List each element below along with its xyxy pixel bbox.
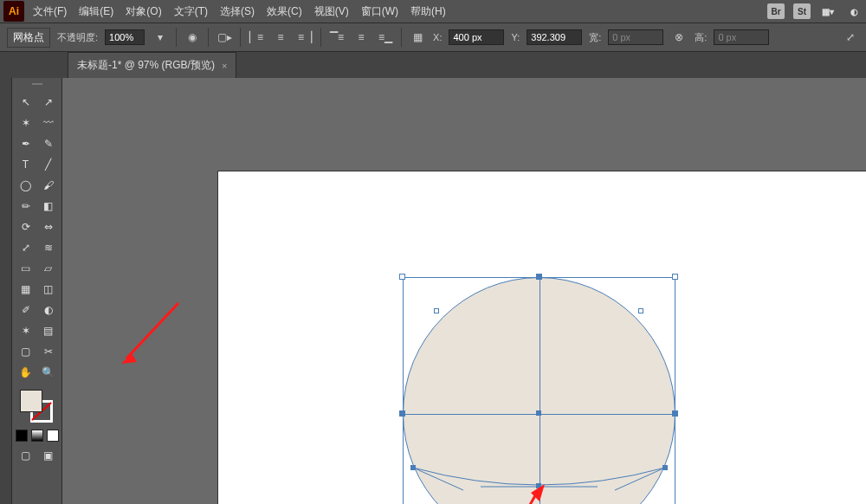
selection-tool[interactable]: ↖ xyxy=(16,94,36,111)
gpu-icon[interactable]: ◐ xyxy=(845,3,863,19)
rotate-tool[interactable]: ⟳ xyxy=(16,218,36,236)
lasso-tool[interactable]: 〰 xyxy=(39,114,58,132)
canvas[interactable] xyxy=(62,78,866,504)
menu-help[interactable]: 帮助(H) xyxy=(410,4,446,19)
fill-swatch[interactable] xyxy=(20,390,42,412)
zoom-tool[interactable]: 🔍 xyxy=(39,364,58,381)
tool-panel: ↖↗ ✶〰 ✒✎ T╱ ◯🖌 ✏◧ ⟳⇔ ⤢≋ ▭▱ ▦◫ ✐◐ ✶▤ ▢✂ ✋… xyxy=(12,78,62,504)
menu-window[interactable]: 窗口(W) xyxy=(361,4,398,19)
svg-line-3 xyxy=(126,303,178,359)
align-top-icon[interactable]: ▔≡ xyxy=(328,29,346,46)
ellipse-tool[interactable]: ◯ xyxy=(16,177,36,194)
menubar-right: Br St ▦▾ ◐ xyxy=(767,3,863,19)
artboard-tool[interactable]: ▢ xyxy=(16,343,36,360)
w-input xyxy=(608,29,663,45)
arrange-icon[interactable]: ▦▾ xyxy=(819,3,837,19)
tab-title: 未标题-1* @ 97% (RGB/预览) xyxy=(77,58,215,73)
eraser-tool[interactable]: ◧ xyxy=(39,197,58,215)
app-logo: Ai xyxy=(3,1,24,22)
tab-close-icon[interactable]: × xyxy=(222,61,227,71)
color-mode-chips xyxy=(16,430,59,442)
align-hcenter-icon[interactable]: ≡ xyxy=(272,29,289,46)
screen-mode-normal[interactable]: ▢ xyxy=(16,447,36,464)
curvature-tool[interactable]: ✎ xyxy=(39,135,58,152)
align-right-icon[interactable]: ≡▕ xyxy=(296,29,313,46)
h-input xyxy=(714,29,769,45)
tab-bar: 未标题-1* @ 97% (RGB/预览) × xyxy=(0,52,866,78)
reflect-tool[interactable]: ⇔ xyxy=(39,218,58,236)
menu-edit[interactable]: 编辑(E) xyxy=(79,4,113,19)
y-input[interactable] xyxy=(527,29,582,45)
chip-none[interactable] xyxy=(47,430,59,442)
align-left-icon[interactable]: ▏≡ xyxy=(248,29,265,46)
direct-selection-tool[interactable]: ↗ xyxy=(39,94,58,111)
annotation-arrow-1 xyxy=(121,298,182,367)
isolate-icon[interactable]: ▢▸ xyxy=(216,29,233,46)
blend-tool[interactable]: ◐ xyxy=(39,301,58,319)
menu-file[interactable]: 文件(F) xyxy=(33,4,67,19)
line-tool[interactable]: ╱ xyxy=(39,156,58,173)
fill-stroke[interactable] xyxy=(18,390,56,424)
type-tool[interactable]: T xyxy=(16,156,36,173)
symbol-tool[interactable]: ✶ xyxy=(16,322,36,339)
slice-tool[interactable]: ✂ xyxy=(39,343,58,360)
menu-object[interactable]: 对象(O) xyxy=(126,4,161,19)
opacity-input[interactable] xyxy=(105,29,145,45)
brush-tool[interactable]: 🖌 xyxy=(39,177,58,194)
free-transform-tool[interactable]: ▭ xyxy=(16,260,36,277)
document-tab[interactable]: 未标题-1* @ 97% (RGB/预览) × xyxy=(68,52,236,78)
svg-marker-4 xyxy=(121,353,137,364)
menu-select[interactable]: 选择(S) xyxy=(220,4,255,19)
align-bottom-icon[interactable]: ≡▁ xyxy=(377,29,394,46)
collapse-strip[interactable] xyxy=(0,78,12,504)
opacity-label: 不透明度: xyxy=(57,31,98,44)
screen-mode-full[interactable]: ▣ xyxy=(39,447,58,464)
workspace: ↖↗ ✶〰 ✒✎ T╱ ◯🖌 ✏◧ ⟳⇔ ⤢≋ ▭▱ ▦◫ ✐◐ ✶▤ ▢✂ ✋… xyxy=(0,78,866,504)
menu-effect[interactable]: 效果(C) xyxy=(267,4,302,19)
scale-tool[interactable]: ⤢ xyxy=(16,239,36,256)
opacity-dropdown-icon[interactable]: ▾ xyxy=(152,29,169,46)
menu-type[interactable]: 文字(T) xyxy=(174,4,208,19)
x-input[interactable] xyxy=(449,29,504,45)
anchor-type-dropdown[interactable]: 网格点 xyxy=(7,28,50,48)
x-label: X: xyxy=(433,32,442,42)
h-label: 高: xyxy=(695,31,707,44)
magic-wand-tool[interactable]: ✶ xyxy=(16,114,36,132)
artboard xyxy=(218,171,866,504)
align-vcenter-icon[interactable]: ≡ xyxy=(352,29,370,46)
transform-panel-icon[interactable]: ⤢ xyxy=(842,29,859,46)
warp-tool[interactable]: ≋ xyxy=(39,239,58,256)
ref-point-icon[interactable]: ▦ xyxy=(409,29,426,46)
chip-gradient[interactable] xyxy=(31,430,43,442)
stock-icon[interactable]: St xyxy=(793,3,811,19)
menu-bar: Ai 文件(F) 编辑(E) 对象(O) 文字(T) 选择(S) 效果(C) 视… xyxy=(0,0,866,23)
recolor-icon[interactable]: ◉ xyxy=(184,29,201,46)
pen-tool[interactable]: ✒ xyxy=(16,135,36,152)
y-label: Y: xyxy=(511,32,520,42)
option-bar: 网格点 不透明度: ▾ ◉ ▢▸ ▏≡ ≡ ≡▕ ▔≡ ≡ ≡▁ ▦ X: Y:… xyxy=(0,23,866,52)
eyedropper-tool[interactable]: ✐ xyxy=(16,301,36,319)
bridge-icon[interactable]: Br xyxy=(767,3,785,19)
mesh-tool[interactable]: ▦ xyxy=(16,281,36,298)
pencil-tool[interactable]: ✏ xyxy=(16,197,36,215)
panel-grip[interactable] xyxy=(20,83,55,88)
graph-tool[interactable]: ▤ xyxy=(39,322,58,339)
w-label: 宽: xyxy=(589,31,601,44)
link-wh-icon[interactable]: ⊗ xyxy=(670,29,688,46)
hand-tool[interactable]: ✋ xyxy=(16,364,36,381)
gradient-tool[interactable]: ◫ xyxy=(39,281,58,298)
chip-color[interactable] xyxy=(16,430,28,442)
menu-view[interactable]: 视图(V) xyxy=(314,4,349,19)
perspective-tool[interactable]: ▱ xyxy=(39,260,58,277)
